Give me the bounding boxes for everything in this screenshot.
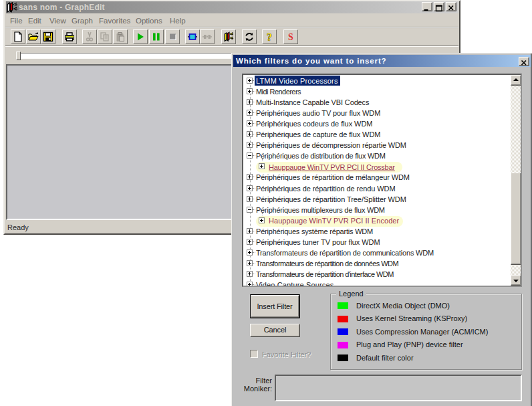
- svg-text:?: ?: [267, 31, 272, 42]
- svg-text:S: S: [288, 32, 293, 42]
